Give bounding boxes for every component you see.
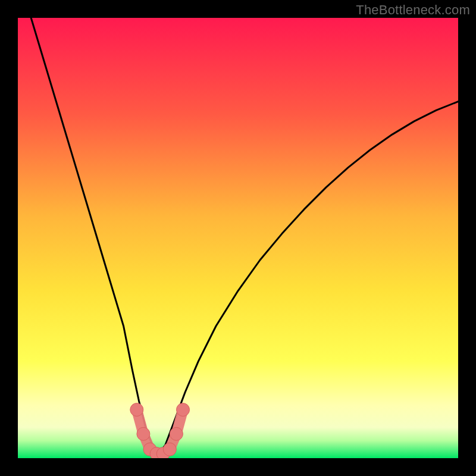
marker-dot	[137, 427, 150, 440]
marker-dot	[130, 403, 143, 416]
marker-dot	[163, 443, 176, 456]
outer-frame: TheBottleneck.com	[0, 0, 476, 476]
watermark-text: TheBottleneck.com	[356, 2, 470, 18]
bottleneck-curve	[18, 18, 458, 454]
chart-svg	[18, 18, 458, 458]
marker-dot	[177, 403, 190, 416]
marker-dot	[170, 427, 183, 440]
plot-area	[18, 18, 458, 458]
